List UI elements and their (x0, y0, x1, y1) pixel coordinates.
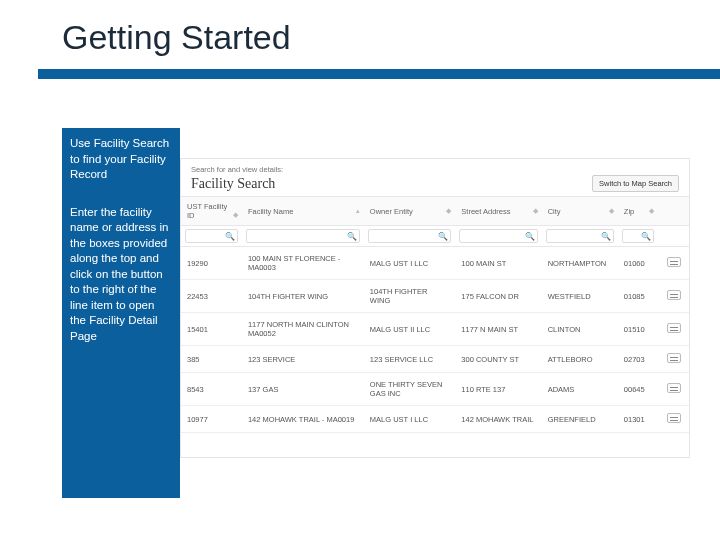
cell-city: WESTFIELD (542, 280, 618, 313)
table-row: 10977142 MOHAWK TRAIL - MA0019MALG UST I… (181, 406, 689, 433)
cell-owner: 104TH FIGHTER WING (364, 280, 455, 313)
col-street-address[interactable]: Street Address◆ (455, 197, 541, 226)
sort-icon: ◆ (533, 207, 536, 215)
col-zip[interactable]: Zip◆ (618, 197, 659, 226)
col-city[interactable]: City◆ (542, 197, 618, 226)
cell-city: GREENFIELD (542, 406, 618, 433)
facility-search-panel: Search for and view details: Facility Se… (180, 158, 690, 458)
cell-id: 10977 (181, 406, 242, 433)
filter-row: 🔍 🔍 🔍 🔍 🔍 🔍 (181, 226, 689, 247)
cell-city: NORTHAMPTON (542, 247, 618, 280)
cell-id: 22453 (181, 280, 242, 313)
cell-id: 15401 (181, 313, 242, 346)
cell-city: ATTLEBORO (542, 346, 618, 373)
sidebar-blurb-1: Use Facility Search to find your Facilit… (70, 136, 172, 183)
open-detail-button[interactable] (667, 383, 681, 393)
cell-owner: 123 SERVICE LLC (364, 346, 455, 373)
open-detail-button[interactable] (667, 323, 681, 333)
cell-id: 385 (181, 346, 242, 373)
cell-zip: 02703 (618, 346, 659, 373)
cell-addr: 300 COUNTY ST (455, 346, 541, 373)
open-detail-button[interactable] (667, 353, 681, 363)
cell-city: ADAMS (542, 373, 618, 406)
table-row: 385123 SERVICE123 SERVICE LLC300 COUNTY … (181, 346, 689, 373)
cell-name: 1177 NORTH MAIN CLINTON MA0052 (242, 313, 364, 346)
cell-zip: 01301 (618, 406, 659, 433)
table-row: 19290100 MAIN ST FLORENCE - MA0003MALG U… (181, 247, 689, 280)
filter-city[interactable] (546, 229, 614, 243)
panel-heading: Facility Search (191, 176, 283, 192)
cell-name: 123 SERVICE (242, 346, 364, 373)
col-owner-entity[interactable]: Owner Entity◆ (364, 197, 455, 226)
panel-header: Search for and view details: Facility Se… (181, 159, 689, 197)
col-facility-name[interactable]: Facility Name▴ (242, 197, 364, 226)
cell-name: 100 MAIN ST FLORENCE - MA0003 (242, 247, 364, 280)
open-detail-button[interactable] (667, 290, 681, 300)
filter-street-address[interactable] (459, 229, 537, 243)
sort-icon: ◆ (609, 207, 612, 215)
cell-addr: 142 MOHAWK TRAIL (455, 406, 541, 433)
page-title: Getting Started (0, 0, 720, 57)
cell-addr: 110 RTE 137 (455, 373, 541, 406)
filter-facility-name[interactable] (246, 229, 360, 243)
cell-owner: MALG UST I LLC (364, 406, 455, 433)
filter-zip[interactable] (622, 229, 655, 243)
cell-zip: 00645 (618, 373, 659, 406)
switch-to-map-button[interactable]: Switch to Map Search (592, 175, 679, 192)
cell-city: CLINTON (542, 313, 618, 346)
cell-addr: 1177 N MAIN ST (455, 313, 541, 346)
open-detail-button[interactable] (667, 257, 681, 267)
results-table: UST Facility ID◆ Facility Name▴ Owner En… (181, 197, 689, 433)
filter-facility-id[interactable] (185, 229, 238, 243)
table-row: 154011177 NORTH MAIN CLINTON MA0052MALG … (181, 313, 689, 346)
panel-pre-label: Search for and view details: (191, 165, 283, 174)
instruction-sidebar: Use Facility Search to find your Facilit… (62, 128, 180, 498)
cell-id: 19290 (181, 247, 242, 280)
content-area: Use Facility Search to find your Facilit… (62, 128, 690, 510)
sidebar-blurb-2: Enter the facility name or address in th… (70, 205, 172, 345)
cell-name: 104TH FIGHTER WING (242, 280, 364, 313)
cell-addr: 175 FALCON DR (455, 280, 541, 313)
sort-icon: ◆ (233, 211, 236, 219)
cell-zip: 01510 (618, 313, 659, 346)
cell-owner: MALG UST I LLC (364, 247, 455, 280)
col-facility-id[interactable]: UST Facility ID◆ (181, 197, 242, 226)
cell-zip: 01060 (618, 247, 659, 280)
cell-zip: 01085 (618, 280, 659, 313)
title-divider (38, 69, 720, 79)
cell-owner: MALG UST II LLC (364, 313, 455, 346)
cell-name: 142 MOHAWK TRAIL - MA0019 (242, 406, 364, 433)
table-header-row: UST Facility ID◆ Facility Name▴ Owner En… (181, 197, 689, 226)
filter-owner-entity[interactable] (368, 229, 451, 243)
open-detail-button[interactable] (667, 413, 681, 423)
table-row: 22453104TH FIGHTER WING104TH FIGHTER WIN… (181, 280, 689, 313)
sort-icon: ▴ (356, 207, 358, 215)
cell-addr: 100 MAIN ST (455, 247, 541, 280)
sort-icon: ◆ (446, 207, 449, 215)
cell-owner: ONE THIRTY SEVEN GAS INC (364, 373, 455, 406)
sort-icon: ◆ (649, 207, 652, 215)
table-row: 8543137 GASONE THIRTY SEVEN GAS INC110 R… (181, 373, 689, 406)
cell-name: 137 GAS (242, 373, 364, 406)
cell-id: 8543 (181, 373, 242, 406)
